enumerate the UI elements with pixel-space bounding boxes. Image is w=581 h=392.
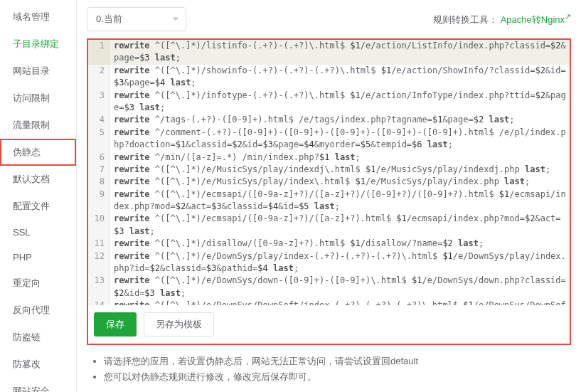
code-content: rewrite ^([^\.]*)/e/MusicSys/play/indexd… [110,164,570,176]
line-number: 5 [88,127,110,152]
sidebar-item-10[interactable]: 重定向 [0,270,76,297]
sidebar-item-0[interactable]: 域名管理 [0,4,76,31]
tip-item: 请选择您的应用，若设置伪静态后，网站无法正常访问，请尝试设置回default [104,354,571,369]
line-number: 13 [88,275,110,300]
code-line: 14rewrite ^([^\.]*)/e/DownSys/DownSoft/i… [88,300,570,305]
sidebar-item-14[interactable]: 网站安全 [0,378,76,392]
line-number: 14 [88,300,110,305]
code-line: 9rewrite ^([^\.]*)/ecmsapi/([0-9a-z]+?)/… [88,189,570,213]
code-content: rewrite ^([^\.]*)/e/DownSys/play/index-(… [110,250,570,275]
line-number: 6 [88,152,110,164]
sidebar: 域名管理子目录绑定网站目录访问限制流量限制伪静态默认文档配置文件SSLPHP重定… [0,0,77,392]
save-button[interactable]: 保存 [94,312,137,337]
convert-tool-label: 规则转换工具： [433,14,498,25]
line-number: 2 [88,65,110,90]
sidebar-item-8[interactable]: SSL [0,220,76,245]
code-content: rewrite ^([^\.]*)/infotype-(.+?)-(.+?)\.… [110,90,570,115]
sidebar-item-3[interactable]: 访问限制 [0,85,76,112]
line-number: 12 [88,250,110,275]
code-content: rewrite ^([^\.]*)/listinfo-(.+?)-(.+?)\.… [110,40,570,65]
sidebar-item-9[interactable]: PHP [0,245,76,270]
line-number: 4 [88,114,110,126]
tips-list: 请选择您的应用，若设置伪静态后，网站无法正常访问，请尝试设置回default您可… [87,351,571,385]
convert-tool-link[interactable]: Apache转Nginx↗ [501,14,571,25]
line-number: 10 [88,213,110,238]
code-content: rewrite ^([^\.]*)/ecmsapi/([0-9a-z]+?)/(… [110,189,570,213]
code-content: rewrite ^([^\.]*)/e/DownSys/DownSoft/ind… [110,300,570,305]
line-number: 8 [88,176,110,188]
code-line: 6rewrite ^/min/([a-z]=.*) /min/index.php… [88,152,570,164]
sidebar-item-1[interactable]: 子目录绑定 [0,31,76,58]
code-line: 5rewrite ^/comment-(.+?)-([0-9]+)-([0-9]… [88,127,570,152]
external-link-icon: ↗ [565,12,571,21]
code-content: rewrite ^([^\.]*)/showinfo-(.+?)-(.+?)-(… [110,65,570,90]
code-line: 1rewrite ^([^\.]*)/listinfo-(.+?)-(.+?)\… [88,40,570,65]
sidebar-item-13[interactable]: 防篡改 [0,351,76,378]
line-number: 1 [88,40,110,65]
code-editor[interactable]: 1rewrite ^([^\.]*)/listinfo-(.+?)-(.+?)\… [88,40,570,305]
sidebar-item-2[interactable]: 网站目录 [0,58,76,85]
code-line: 7rewrite ^([^\.]*)/e/MusicSys/play/index… [88,164,570,176]
code-content: rewrite ^([^\.]*)/disallow/([0-9a-z]+?).… [110,238,570,250]
top-row: 0.当前 规则转换工具： Apache转Nginx↗ [87,7,571,31]
editor-highlighted-area: 1rewrite ^([^\.]*)/listinfo-(.+?)-(.+?)\… [87,38,571,345]
code-line: 8rewrite ^([^\.]*)/e/MusicSys/play/index… [88,176,570,188]
code-content: rewrite ^([^\.]*)/e/MusicSys/play/index\… [110,176,570,188]
code-line: 12rewrite ^([^\.]*)/e/DownSys/play/index… [88,250,570,275]
code-line: 3rewrite ^([^\.]*)/infotype-(.+?)-(.+?)\… [88,90,570,115]
convert-tool-text: Apache转Nginx [501,14,565,25]
code-content: rewrite ^/comment-(.+?)-([0-9]+)-([0-9]+… [110,127,570,152]
sidebar-item-11[interactable]: 反向代理 [0,297,76,324]
sidebar-item-12[interactable]: 防盗链 [0,324,76,351]
code-line: 13rewrite ^([^\.]*)/e/DownSys/down-([0-9… [88,275,570,300]
code-line: 4rewrite ^/tags-(.+?)-([0-9]+).html$ /e/… [88,114,570,126]
code-content: rewrite ^/tags-(.+?)-([0-9]+).html$ /e/t… [110,114,570,126]
convert-tool: 规则转换工具： Apache转Nginx↗ [433,12,571,26]
code-line: 11rewrite ^([^\.]*)/disallow/([0-9a-z]+?… [88,238,570,250]
line-number: 11 [88,238,110,250]
sidebar-item-6[interactable]: 默认文档 [0,166,76,193]
line-number: 9 [88,189,110,213]
line-number: 3 [88,90,110,115]
template-dropdown[interactable]: 0.当前 [87,7,186,31]
sidebar-item-5[interactable]: 伪静态 [0,139,76,166]
tip-item: 您可以对伪静态规则进行修改，修改完后保存即可。 [104,369,571,385]
code-line: 10rewrite ^([^\.]*)/ecmsapi/([0-9a-z]+?)… [88,213,570,238]
main-panel: 0.当前 规则转换工具： Apache转Nginx↗ 1rewrite ^([^… [77,0,581,392]
code-content: rewrite ^([^\.]*)/e/DownSys/down-([0-9]+… [110,275,570,300]
code-content: rewrite ^/min/([a-z]=.*) /min/index.php?… [110,152,570,164]
code-content: rewrite ^([^\.]*)/ecmsapi/([0-9a-z]+?)/(… [110,213,570,238]
line-number: 7 [88,164,110,176]
sidebar-item-4[interactable]: 流量限制 [0,112,76,139]
button-row: 保存 另存为模板 [88,305,570,344]
code-line: 2rewrite ^([^\.]*)/showinfo-(.+?)-(.+?)-… [88,65,570,90]
save-as-template-button[interactable]: 另存为模板 [144,312,214,337]
sidebar-item-7[interactable]: 配置文件 [0,193,76,220]
